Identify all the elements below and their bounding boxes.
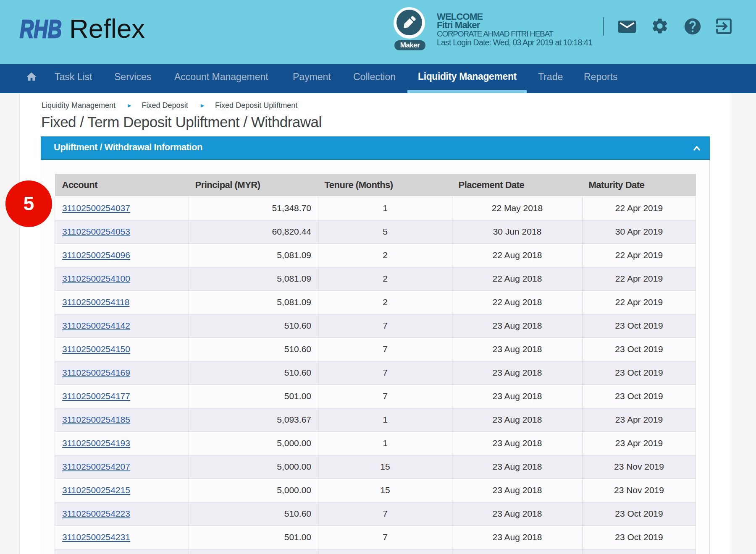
svg-text:RHB: RHB bbox=[20, 14, 62, 43]
svg-text:Reflex: Reflex bbox=[69, 14, 145, 43]
